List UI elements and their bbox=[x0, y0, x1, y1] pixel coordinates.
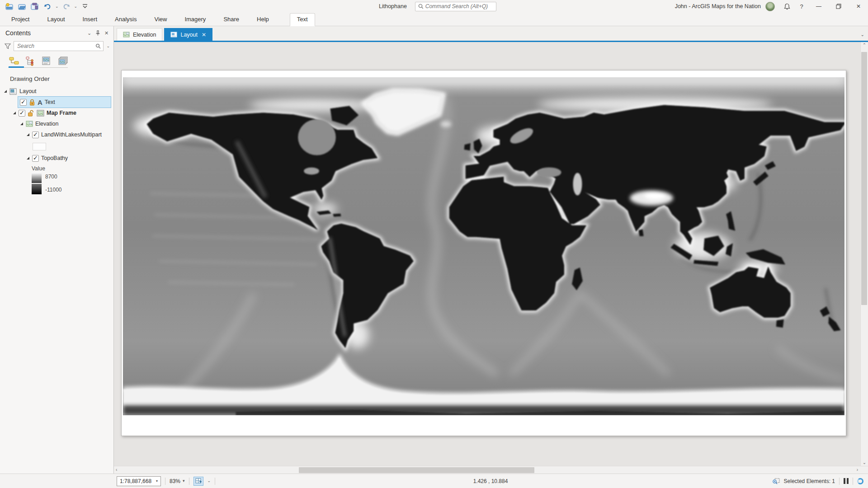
ribbon-tab-help[interactable]: Help bbox=[250, 14, 276, 26]
ramp-lower-cell bbox=[32, 184, 42, 194]
help-icon[interactable]: ? bbox=[795, 0, 808, 13]
list-maps-icon[interactable] bbox=[57, 56, 69, 67]
ribbon-tab-analysis[interactable]: Analysis bbox=[108, 14, 143, 26]
layout-page-icon bbox=[9, 88, 17, 95]
contents-panel: Contents ⌄ ✕ ⌄ bbox=[0, 26, 114, 474]
tab-overflow-chevron-icon[interactable]: ⌄ bbox=[861, 32, 864, 37]
panel-close-icon[interactable]: ✕ bbox=[102, 29, 111, 38]
map-scale-value: 1:78,887,668 bbox=[120, 478, 151, 484]
search-options-chevron-icon[interactable]: ⌄ bbox=[106, 44, 110, 48]
ribbon-tab-text[interactable]: Text bbox=[290, 13, 315, 26]
tree-item-text[interactable]: A Text bbox=[18, 97, 111, 108]
refresh-indicator-icon[interactable] bbox=[857, 478, 863, 484]
ramp-upper-cell bbox=[32, 173, 42, 183]
view-tab-layout[interactable]: Layout ✕ bbox=[164, 28, 212, 41]
scroll-down-icon[interactable]: ⌄ bbox=[863, 460, 866, 465]
expander-icon[interactable] bbox=[20, 122, 24, 126]
minimize-button[interactable]: — bbox=[809, 0, 828, 13]
map-scale-combo[interactable]: 1:78,887,668 ▾ bbox=[117, 476, 161, 486]
grid-options-chevron-icon[interactable]: ⌄ bbox=[208, 479, 211, 483]
contents-search[interactable] bbox=[14, 41, 104, 51]
undo-dropdown-icon[interactable]: ⌄ bbox=[55, 5, 59, 9]
search-icon bbox=[95, 43, 101, 49]
pause-drawing-button[interactable] bbox=[844, 478, 849, 484]
tree-item-elevation[interactable]: Elevation bbox=[0, 118, 113, 129]
legend-heading: Value bbox=[0, 164, 113, 173]
tree-item-map-frame[interactable]: Map Frame bbox=[0, 108, 113, 118]
layout-page[interactable] bbox=[121, 70, 846, 436]
list-layout-elements-icon[interactable] bbox=[41, 56, 53, 67]
visibility-checkbox[interactable] bbox=[20, 99, 27, 106]
ribbon-tab-view[interactable]: View bbox=[147, 14, 174, 26]
separator bbox=[215, 478, 215, 485]
ribbon-tab-layout[interactable]: Layout bbox=[40, 14, 71, 26]
ribbon-tab-project[interactable]: Project bbox=[5, 14, 36, 26]
vertical-scroll-thumb[interactable] bbox=[861, 52, 867, 305]
separator bbox=[189, 478, 189, 485]
cursor-coordinates[interactable]: 1.426 , 10.884 bbox=[473, 478, 508, 484]
legend-ramp-block: 8700 -11000 bbox=[0, 173, 113, 194]
selection-zoom-icon[interactable] bbox=[772, 478, 780, 484]
scroll-left-icon[interactable]: ‹ bbox=[116, 468, 117, 472]
scroll-up-icon[interactable]: ⌃ bbox=[863, 43, 866, 47]
expander-icon[interactable] bbox=[4, 89, 7, 93]
expander-icon[interactable] bbox=[13, 111, 16, 115]
restore-button[interactable] bbox=[829, 0, 848, 13]
visibility-checkbox[interactable] bbox=[32, 155, 39, 162]
save-project-icon[interactable] bbox=[30, 1, 40, 11]
redo-icon[interactable] bbox=[61, 1, 71, 11]
panel-menu-chevron-icon[interactable]: ⌄ bbox=[85, 29, 94, 38]
zoom-dropdown-caret-icon: ▾ bbox=[183, 479, 185, 483]
horizontal-scrollbar[interactable]: ‹ › bbox=[114, 466, 868, 474]
new-project-icon[interactable] bbox=[5, 1, 14, 11]
map-icon bbox=[123, 32, 130, 38]
list-by-element-type-icon[interactable] bbox=[24, 56, 37, 67]
list-by-drawing-order-icon[interactable] bbox=[8, 56, 20, 67]
contents-panel-title: Contents bbox=[5, 29, 85, 37]
snapping-grid-button[interactable] bbox=[193, 477, 203, 486]
zoom-percent-button[interactable]: 83% ▾ bbox=[170, 478, 185, 484]
map-frame-element[interactable] bbox=[123, 77, 844, 415]
locked-padlock-icon[interactable] bbox=[29, 99, 35, 106]
tree-item-label: TopoBathy bbox=[41, 155, 68, 161]
scroll-right-icon[interactable]: › bbox=[857, 468, 858, 472]
ribbon-tab-share[interactable]: Share bbox=[217, 14, 246, 26]
land-symbol-swatch[interactable] bbox=[33, 143, 46, 150]
unlocked-padlock-icon[interactable] bbox=[28, 110, 34, 117]
land-symbol-row bbox=[0, 140, 113, 153]
filter-funnel-icon[interactable] bbox=[5, 43, 11, 49]
project-name: Lithophane bbox=[379, 3, 407, 9]
layout-canvas[interactable]: ⌃ ⌄ bbox=[114, 42, 868, 466]
visibility-checkbox[interactable] bbox=[19, 110, 25, 117]
contents-search-input[interactable] bbox=[17, 43, 95, 49]
visibility-checkbox[interactable] bbox=[32, 131, 39, 138]
redo-dropdown-icon[interactable]: ⌄ bbox=[74, 5, 78, 9]
view-mode-underline bbox=[8, 67, 68, 68]
open-project-icon[interactable] bbox=[17, 1, 27, 11]
horizontal-scroll-thumb[interactable] bbox=[299, 467, 534, 473]
undo-icon[interactable] bbox=[42, 1, 52, 11]
ribbon-tab-insert[interactable]: Insert bbox=[76, 14, 104, 26]
scale-dropdown-caret-icon[interactable]: ▾ bbox=[156, 479, 158, 483]
ribbon-tab-row: Project Layout Insert Analysis View Imag… bbox=[0, 13, 868, 26]
command-search[interactable] bbox=[415, 2, 496, 11]
expander-icon[interactable] bbox=[26, 133, 30, 136]
panel-pin-icon[interactable] bbox=[94, 29, 102, 38]
user-avatar[interactable] bbox=[765, 2, 775, 11]
tree-item-landwithlakes[interactable]: LandWithLakesMultipart bbox=[0, 129, 113, 140]
tree-item-topobathy[interactable]: TopoBathy bbox=[0, 153, 113, 164]
view-tab-elevation[interactable]: Elevation bbox=[117, 28, 162, 41]
ribbon-tab-imagery[interactable]: Imagery bbox=[178, 14, 212, 26]
expander-icon[interactable] bbox=[26, 156, 30, 160]
close-tab-icon[interactable]: ✕ bbox=[202, 32, 206, 38]
separator bbox=[853, 478, 853, 485]
close-button[interactable]: ✕ bbox=[849, 0, 868, 13]
view-tab-label: Layout bbox=[180, 32, 198, 38]
search-icon bbox=[418, 4, 423, 9]
command-search-input[interactable] bbox=[425, 3, 493, 9]
notifications-bell-icon[interactable] bbox=[780, 0, 794, 13]
legend-color-ramp bbox=[32, 173, 42, 194]
customize-toolbar-icon[interactable] bbox=[80, 1, 90, 11]
tree-item-layout[interactable]: Layout bbox=[0, 86, 113, 97]
tree-item-label: Map Frame bbox=[47, 110, 76, 116]
